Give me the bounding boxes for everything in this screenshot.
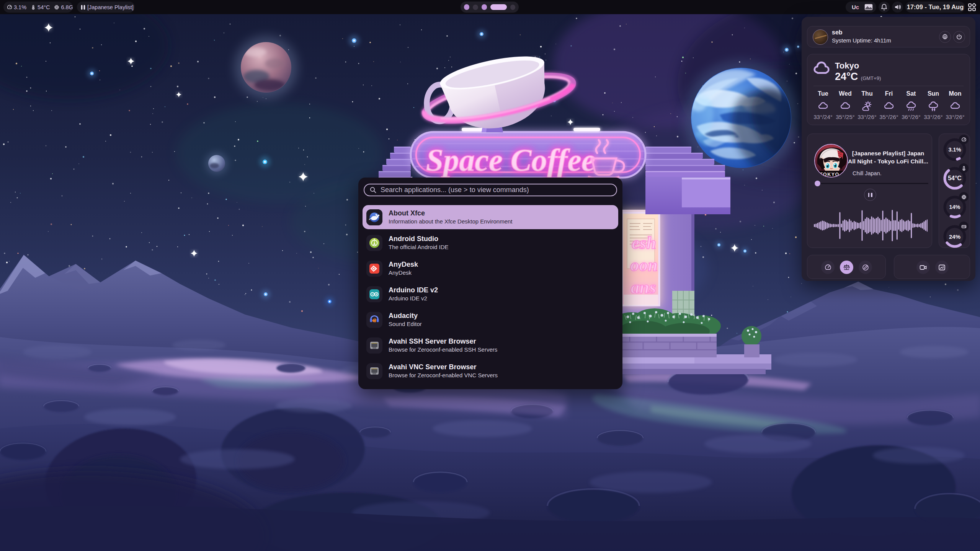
svg-text:TOKYO L: TOKYO L: [820, 172, 845, 177]
svg-text:oon: oon: [630, 255, 658, 275]
svg-text:esh: esh: [632, 233, 656, 253]
svg-text:Space Coffee: Space Coffee: [426, 143, 596, 178]
svg-text:ans: ans: [631, 277, 656, 297]
